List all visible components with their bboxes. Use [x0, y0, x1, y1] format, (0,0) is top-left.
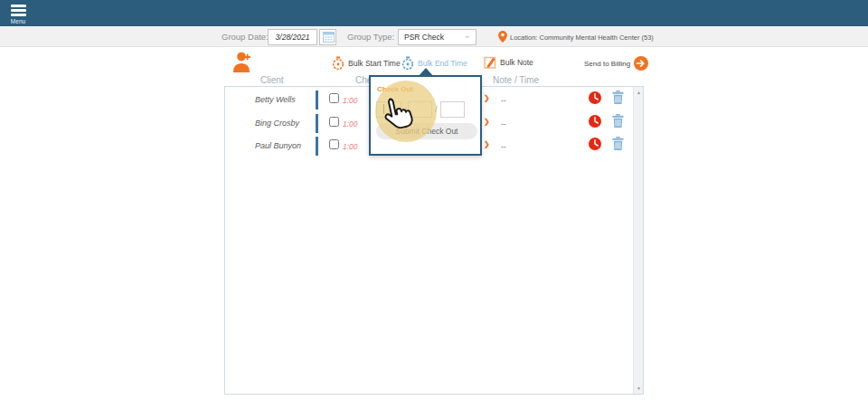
row-checkbox[interactable]	[329, 139, 339, 149]
stopwatch-icon	[332, 56, 344, 71]
location-text: Location: Community Mental Health Center…	[510, 33, 654, 42]
trash-icon	[612, 137, 624, 150]
column-header-client: Client	[260, 75, 284, 85]
check-out-minute-input[interactable]	[408, 101, 432, 118]
bulk-note-label: Bulk Note	[500, 58, 533, 67]
group-date-label: Group Date:	[222, 32, 269, 42]
row-checkbox[interactable]	[329, 93, 339, 103]
scroll-down-icon[interactable]: ▼	[634, 386, 644, 391]
column-header-note-time: Note / Time	[493, 75, 539, 85]
delete-row-button[interactable]	[612, 90, 624, 108]
row-duration: 1:00	[343, 119, 358, 129]
popup-title: Check Out	[377, 85, 413, 93]
menu-button[interactable]: Menu	[7, 3, 29, 24]
bulk-start-time-label: Bulk Start Time	[348, 59, 401, 68]
time-alert-icon[interactable]	[589, 91, 601, 104]
hamburger-icon	[7, 5, 29, 16]
group-type-select[interactable]: PSR Check ⌄	[398, 29, 476, 45]
send-to-billing-label: Send to Billing	[584, 60, 630, 68]
row-divider	[316, 137, 318, 156]
row-note: --	[501, 119, 506, 129]
bulk-start-time-button[interactable]: Bulk Start Time	[332, 56, 401, 71]
text-caret	[383, 104, 384, 114]
check-out-meridiem-input[interactable]	[440, 101, 465, 118]
check-out-popup: Check Out : / Submit Check Out	[369, 75, 482, 156]
row-duration: 1:00	[343, 96, 358, 105]
row-checkbox[interactable]	[329, 117, 339, 127]
menu-label: Menu	[7, 18, 29, 24]
chevron-right-icon[interactable]: ❯	[484, 118, 490, 126]
delete-row-button[interactable]	[612, 114, 624, 131]
time-alert-icon[interactable]	[589, 115, 601, 128]
submit-check-out-button[interactable]: Submit Check Out	[376, 123, 477, 139]
filters-toolbar: Group Date: Group Type: PSR Check ⌄ Loca…	[0, 26, 868, 47]
table-scrollbar[interactable]: ▲ ▼	[633, 87, 643, 394]
time-alert-icon[interactable]	[589, 138, 601, 150]
group-type-value: PSR Check	[404, 33, 444, 42]
calendar-icon	[323, 31, 335, 43]
popup-arrow	[418, 68, 434, 77]
client-name: Paul Bunyon	[255, 141, 301, 150]
location-pin-icon	[498, 30, 507, 46]
trash-icon	[612, 90, 624, 104]
scroll-up-icon[interactable]: ▲	[634, 90, 644, 95]
arrow-right-circle-icon	[634, 56, 648, 71]
group-type-label: Group Type:	[347, 32, 394, 42]
chevron-right-icon[interactable]: ❯	[484, 94, 490, 102]
row-divider	[316, 90, 318, 110]
time-colon-separator: :	[404, 105, 407, 114]
bulk-actions-bar: Bulk Start Time Bulk End Time Bulk Note …	[0, 47, 868, 77]
row-note: --	[501, 142, 506, 151]
bulk-note-button[interactable]: Bulk Note	[484, 56, 533, 69]
client-name: Bing Crosby	[255, 119, 299, 128]
bulk-end-time-label: Bulk End Time	[418, 59, 467, 68]
delete-row-button[interactable]	[612, 137, 624, 154]
bulk-end-time-button[interactable]: Bulk End Time	[401, 56, 467, 71]
stopwatch-icon	[401, 56, 414, 71]
edit-note-icon	[484, 56, 496, 69]
trash-icon	[612, 114, 624, 128]
top-bar: Menu	[0, 0, 868, 26]
send-to-billing-button[interactable]: Send to Billing	[584, 56, 648, 71]
add-client-button[interactable]	[232, 51, 257, 77]
group-date-input[interactable]	[268, 29, 317, 45]
row-note: --	[501, 96, 506, 105]
meridiem-slash-separator: /	[435, 105, 438, 114]
row-divider	[316, 114, 318, 133]
add-person-icon	[232, 51, 257, 73]
client-name: Betty Wells	[255, 95, 296, 104]
chevron-right-icon[interactable]: ❯	[484, 140, 490, 148]
chevron-down-icon: ⌄	[464, 28, 471, 43]
app-window: Menu Group Date: Group Type: PSR Check ⌄…	[0, 0, 868, 400]
calendar-button[interactable]	[319, 29, 336, 45]
row-duration: 1:00	[343, 142, 358, 151]
check-out-hour-input[interactable]	[376, 101, 401, 118]
